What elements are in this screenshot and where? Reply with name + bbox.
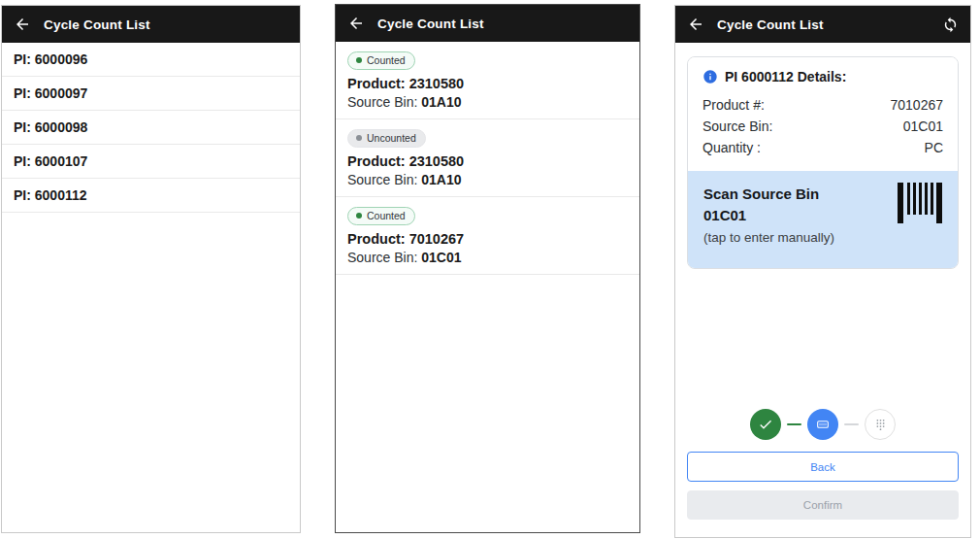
status-dot-icon [356,135,362,141]
page-title: Cycle Count List [44,17,288,32]
step-quantity-pending [865,409,896,440]
detail-value: PC [925,137,943,158]
app-header: Cycle Count List [2,6,300,43]
detail-row: Quantity : PC [702,137,943,158]
sync-refresh-icon[interactable] [942,17,959,33]
detail-value: 7010267 [890,94,943,116]
product-label: Product: [347,76,406,91]
count-list-item[interactable]: Counted Product: 2310580 Source Bin: 01A… [336,42,639,119]
confirm-button[interactable]: Confirm [687,490,959,520]
product-label: Product: [347,231,406,247]
count-list-item[interactable]: Counted Product: 7010267 Source Bin: 01C… [336,197,639,275]
bin-label: Source Bin: [347,172,421,187]
app-header: Cycle Count List [336,5,639,42]
back-arrow-icon[interactable] [14,16,31,33]
screen-pi-list: Cycle Count List PI: 6000096 PI: 6000097… [1,5,301,533]
status-badge: Uncounted [347,129,426,148]
bin-label: Source Bin: [347,94,421,110]
page-title: Cycle Count List [717,17,930,32]
pi-list-item[interactable]: PI: 6000096 [2,43,300,77]
step-scan-active [807,409,838,440]
bin-value: 01C01 [421,250,461,265]
pi-details-card: PI 6000112 Details: Product #: 7010267 S… [687,56,959,269]
app-header: Cycle Count List [675,6,970,43]
bin-value: 01A10 [421,94,461,110]
status-dot-icon [356,213,362,219]
screen-pi-detail: Cycle Count List PI 6000112 Details: Pro… [674,5,971,538]
status-label: Counted [367,210,406,221]
pi-list-item[interactable]: PI: 6000107 [2,145,300,179]
product-number: 2310580 [409,76,464,91]
product-label: Product: [347,153,406,169]
barcode-icon [898,183,942,223]
details-title: PI 6000112 Details: [725,69,846,84]
pi-list-item[interactable]: PI: 6000098 [2,111,300,145]
back-button[interactable]: Back [687,452,959,482]
step-connector [787,423,801,425]
detail-value: 01C01 [903,116,943,137]
page-title: Cycle Count List [377,17,628,31]
count-list-item[interactable]: Uncounted Product: 2310580 Source Bin: 0… [336,119,639,197]
detail-row: Product #: 7010267 [702,94,943,116]
status-label: Uncounted [367,132,416,144]
check-icon [758,417,773,432]
step-connector [844,423,859,425]
dialpad-icon [873,418,888,432]
status-badge: Counted [347,51,415,70]
step-details-done [750,409,781,440]
scan-source-bin-panel[interactable]: Scan Source Bin 01C01 (tap to enter manu… [688,171,958,268]
screen-count-items: Cycle Count List Counted Product: 231058… [335,4,640,533]
detail-row: Source Bin: 01C01 [702,116,943,137]
detail-label: Quantity : [702,137,761,158]
pi-list-item[interactable]: PI: 6000097 [2,77,300,111]
progress-steps [675,409,970,440]
product-number: 2310580 [409,153,464,169]
detail-label: Product #: [702,94,765,116]
status-dot-icon [356,57,362,63]
status-badge: Counted [347,207,415,225]
barcode-scan-icon [815,417,831,432]
product-number: 7010267 [409,231,464,247]
info-circle-icon [702,69,718,84]
bin-value: 01A10 [421,172,461,187]
back-arrow-icon[interactable] [687,16,704,33]
pi-list-item[interactable]: PI: 6000112 [2,179,300,213]
back-arrow-icon[interactable] [347,15,365,32]
detail-label: Source Bin: [702,116,772,137]
bin-label: Source Bin: [347,250,421,265]
status-label: Counted [367,54,406,66]
scan-hint: (tap to enter manually) [703,230,942,245]
